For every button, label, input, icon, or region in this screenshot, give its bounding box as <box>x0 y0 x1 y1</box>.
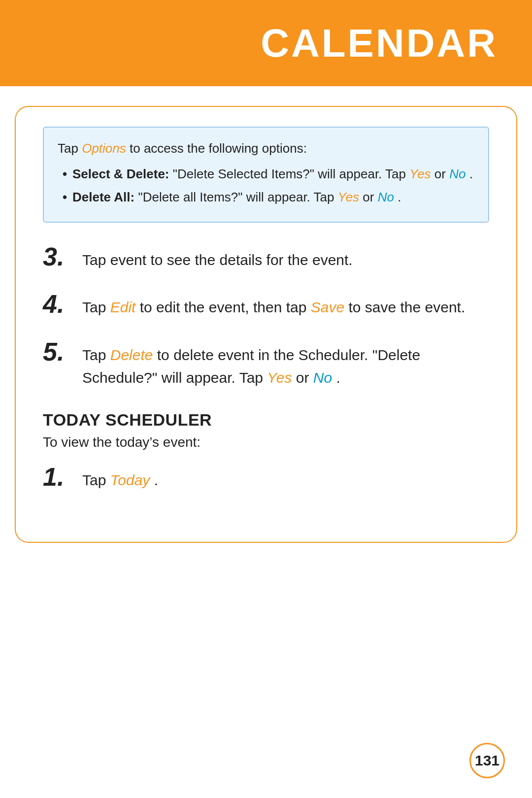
step-5-text: Tap Delete to delete event in the Schedu… <box>82 340 489 390</box>
step-5-or: or <box>296 369 313 386</box>
step-5-number: 5. <box>43 338 77 366</box>
step-4-after: to save the event. <box>348 299 465 315</box>
step-3: 3. Tap event to see the details for the … <box>43 245 489 272</box>
delete-all-text: "Delete all Items?" will appear. Tap <box>138 190 337 204</box>
intro-rest: to access the following options: <box>126 141 307 156</box>
delete-all-label: Delete All: <box>72 190 134 204</box>
step-4-before: Tap <box>82 299 110 315</box>
select-delete-text: "Delete Selected Items?" will appear. Ta… <box>173 166 409 181</box>
today-step-period: . <box>154 472 158 488</box>
step-4: 4. Tap Edit to edit the event, then tap … <box>43 292 489 319</box>
step-4-mid: to edit the event, then tap <box>140 299 311 315</box>
delete-all-yes: Yes <box>338 190 359 204</box>
select-delete-no: No <box>449 166 466 181</box>
today-step-1-text: Tap Today . <box>82 465 158 492</box>
select-delete-or: or <box>434 166 449 181</box>
delete-all-or: or <box>363 190 377 204</box>
step-4-text: Tap Edit to edit the event, then tap Sav… <box>82 292 465 319</box>
select-delete-period: . <box>469 166 473 181</box>
intro-text: Tap <box>58 141 82 156</box>
delete-all-no: No <box>378 190 394 204</box>
step-5-delete-link: Delete <box>110 347 153 363</box>
info-box: Tap Options to access the following opti… <box>43 127 489 223</box>
select-delete-label: Select & Delete: <box>72 166 169 181</box>
info-list-item-1: Select & Delete: "Delete Selected Items?… <box>63 164 474 185</box>
step-4-edit-link: Edit <box>110 299 136 315</box>
step-4-number: 4. <box>43 290 77 318</box>
page-title: CALENDAR <box>261 21 498 66</box>
content-card: Tap Options to access the following opti… <box>15 106 517 543</box>
info-list: Select & Delete: "Delete Selected Items?… <box>58 164 474 208</box>
step-3-number: 3. <box>43 243 77 271</box>
today-link: Today <box>110 472 150 488</box>
step-5-before: Tap <box>82 347 110 363</box>
select-delete-yes: Yes <box>409 166 431 181</box>
today-step-before: Tap <box>82 472 110 488</box>
page-number-wrapper: 131 <box>469 743 505 778</box>
step-3-text: Tap event to see the details for the eve… <box>82 245 353 272</box>
options-link: Options <box>82 141 126 156</box>
today-step-1-number: 1. <box>43 463 77 491</box>
step-5: 5. Tap Delete to delete event in the Sch… <box>43 340 489 390</box>
delete-all-period: . <box>398 190 401 204</box>
today-scheduler-subtitle: To view the today’s event: <box>43 434 489 450</box>
info-list-item-2: Delete All: "Delete all Items?" will app… <box>63 187 474 208</box>
step-5-yes: Yes <box>267 369 292 386</box>
step-5-no: No <box>313 369 332 386</box>
step-4-save-link: Save <box>311 299 344 315</box>
info-intro: Tap Options to access the following opti… <box>58 138 474 159</box>
today-scheduler-heading: TODAY SCHEDULER <box>43 410 489 430</box>
page-number: 131 <box>469 743 505 778</box>
step-5-period: . <box>336 369 340 386</box>
today-step-1: 1. Tap Today . <box>43 465 489 492</box>
page-header: CALENDAR <box>0 0 532 86</box>
